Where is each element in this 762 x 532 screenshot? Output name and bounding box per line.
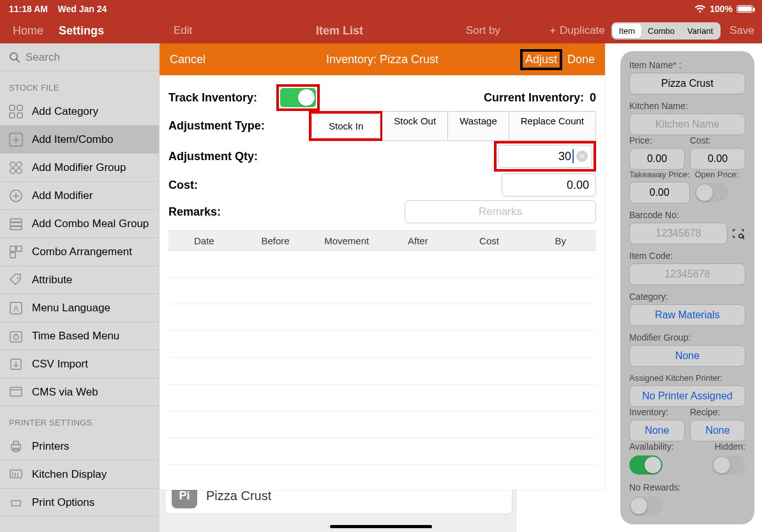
hidden-label: Hidden: (690, 441, 745, 452)
printer-label: Assigned Kitchen Printer: (629, 373, 745, 383)
nav-duplicate[interactable]: + Duplicate (549, 24, 605, 37)
item-code-field[interactable]: 12345678 (629, 263, 745, 285)
barcode-field[interactable]: 12345678 (629, 223, 728, 244)
seg-variant[interactable]: Variant (681, 24, 719, 38)
modifier-group-label: Modifier Group: (629, 332, 745, 343)
th-date: Date (168, 235, 240, 246)
item-name-field[interactable]: Pizza Crust (629, 73, 745, 94)
kitchen-name-label: Kitchen Name: (629, 101, 745, 111)
barcode-scan-icon[interactable] (731, 226, 745, 240)
cost-label-modal: Cost: (168, 179, 198, 192)
nav-title: Item List (316, 24, 363, 38)
adjustment-type-label: Adjustment Type: (168, 119, 265, 133)
table-row (168, 358, 596, 385)
price-field[interactable]: 0.00 (629, 148, 685, 170)
th-movement: Movement (311, 235, 382, 246)
history-table-header: Date Before Movement After Cost By (168, 230, 596, 251)
inventory-label: Inventory: (629, 407, 685, 417)
status-bar: 11:18 AM Wed Jan 24 100% (0, 0, 762, 18)
current-inventory-value: 0 (590, 91, 596, 104)
modal-cancel[interactable]: Cancel (170, 53, 205, 66)
price-label: Price: (629, 135, 685, 145)
item-code-label: Item Code: (629, 251, 745, 261)
modal-adjust-button[interactable]: Adjust (520, 49, 562, 70)
status-time: 11:18 AM (9, 4, 48, 14)
printer-button[interactable]: No Printer Assigned (629, 385, 745, 407)
table-row (168, 331, 596, 358)
table-row (168, 438, 596, 465)
modal-body: Track Inventory: Current Inventory: 0 Ad… (160, 75, 605, 474)
inventory-button[interactable]: None (629, 420, 685, 441)
table-row (168, 411, 596, 438)
adjustment-qty-input[interactable]: 30 ✕ (498, 145, 592, 168)
status-date: Wed Jan 24 (58, 4, 107, 14)
th-after: After (382, 235, 454, 246)
table-row (168, 385, 596, 411)
sidebar: Search STOCK FILE Add Category Add Item/… (0, 43, 160, 532)
modifier-group-button[interactable]: None (629, 345, 745, 367)
hidden-toggle[interactable] (712, 455, 745, 475)
plus-icon: + (549, 24, 556, 37)
current-inventory-label: Current Inventory: (484, 91, 584, 104)
cost-label: Cost: (690, 135, 745, 145)
nav-edit[interactable]: Edit (174, 24, 192, 37)
takeaway-label: Takeaway Price: (629, 170, 690, 179)
recipe-label: Recipe: (690, 407, 745, 417)
item-row-label: Pizza Crust (206, 489, 271, 503)
no-rewards-toggle[interactable] (629, 496, 662, 515)
battery-icon (736, 5, 753, 13)
item-name-label: Item Name* : (629, 60, 745, 70)
svg-line-40 (743, 238, 745, 240)
nav-sortby[interactable]: Sort by (466, 24, 500, 37)
track-inventory-label: Track Inventory: (168, 91, 257, 105)
type-segment: Item Combo Variant (611, 22, 721, 40)
nav-home[interactable]: Home (13, 24, 43, 38)
adj-type-stock-out[interactable]: Stock Out (382, 112, 448, 140)
top-nav: Home Settings Edit Item List Sort by + D… (0, 18, 762, 43)
inventory-modal: Cancel Inventory: Pizza Crust Adjust Don… (160, 43, 605, 490)
seg-item[interactable]: Item (613, 24, 641, 38)
nav-save[interactable]: Save (729, 24, 754, 37)
barcode-label: Barcode No: (629, 210, 745, 220)
clear-icon[interactable]: ✕ (576, 151, 588, 162)
modal-header: Cancel Inventory: Pizza Crust Adjust Don… (160, 43, 605, 75)
remarks-input[interactable]: Remarks (405, 200, 596, 223)
recipe-button[interactable]: None (690, 420, 745, 441)
detail-card: Item Name* : Pizza Crust Kitchen Name: K… (620, 51, 754, 524)
open-price-toggle[interactable] (695, 183, 728, 202)
table-row (168, 251, 596, 277)
text-cursor (572, 149, 574, 163)
open-price-label: Open Price: (695, 170, 745, 179)
modal-done-button[interactable]: Done (567, 53, 595, 66)
takeaway-field[interactable]: 0.00 (629, 182, 690, 203)
home-indicator[interactable] (330, 525, 432, 528)
sidebar-scrim (0, 43, 159, 532)
cost-input[interactable]: 0.00 (502, 174, 596, 196)
track-inventory-toggle[interactable] (280, 88, 316, 107)
th-cost: Cost (454, 235, 525, 246)
cost-field[interactable]: 0.00 (690, 148, 745, 170)
availability-toggle[interactable] (629, 455, 662, 475)
wifi-icon (694, 4, 706, 13)
battery-percent: 100% (710, 4, 733, 14)
category-button[interactable]: Raw Materials (629, 304, 745, 326)
table-row (168, 277, 596, 304)
th-before: Before (240, 235, 311, 246)
availability-label: Availability: (629, 441, 685, 452)
table-row (168, 304, 596, 331)
remarks-label: Remarks: (168, 205, 221, 219)
category-label: Category: (629, 292, 745, 302)
no-rewards-label: No Rewards: (629, 482, 745, 492)
adj-type-wastage[interactable]: Wastage (448, 112, 509, 140)
adj-type-stock-in[interactable]: Stock In (312, 114, 380, 138)
kitchen-name-field[interactable]: Kitchen Name (629, 114, 745, 135)
adj-type-replace-count[interactable]: Replace Count (509, 112, 595, 140)
svg-point-39 (739, 234, 743, 238)
th-by: By (525, 235, 596, 246)
adjustment-qty-label: Adjustment Qty: (168, 150, 258, 163)
nav-settings[interactable]: Settings (59, 24, 104, 38)
seg-combo[interactable]: Combo (641, 24, 681, 38)
